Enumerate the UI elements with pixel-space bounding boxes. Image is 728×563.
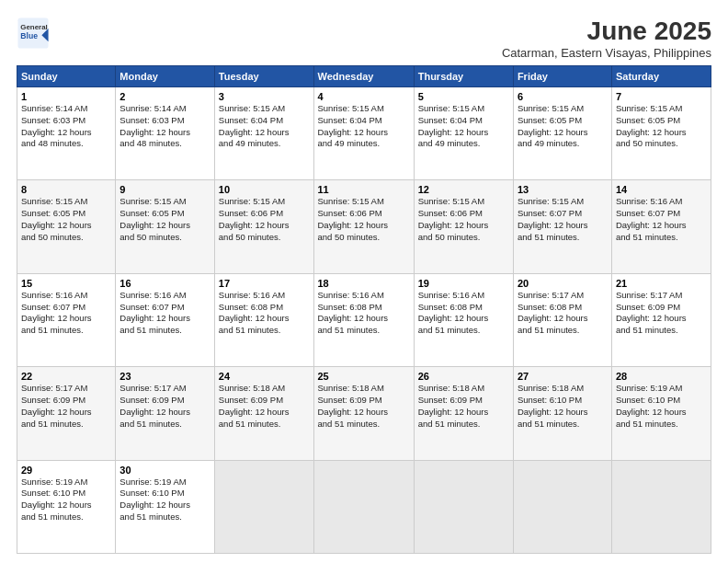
day-number: 19	[418, 278, 509, 289]
calendar-cell: 28Sunrise: 5:19 AMSunset: 6:10 PMDayligh…	[611, 367, 711, 460]
day-info: Sunrise: 5:16 AMSunset: 6:08 PMDaylight:…	[418, 290, 509, 337]
calendar-cell: 15Sunrise: 5:16 AMSunset: 6:07 PMDayligh…	[17, 273, 116, 366]
calendar-header-saturday: Saturday	[611, 66, 711, 87]
day-number: 20	[518, 278, 608, 289]
calendar-cell: 2Sunrise: 5:14 AMSunset: 6:03 PMDaylight…	[116, 87, 214, 180]
calendar-cell: 5Sunrise: 5:15 AMSunset: 6:04 PMDaylight…	[414, 87, 513, 180]
calendar-cell: 4Sunrise: 5:15 AMSunset: 6:04 PMDaylight…	[313, 87, 414, 180]
calendar-header-thursday: Thursday	[414, 66, 513, 87]
calendar-header-wednesday: Wednesday	[313, 66, 414, 87]
calendar-cell: 26Sunrise: 5:18 AMSunset: 6:09 PMDayligh…	[414, 367, 513, 460]
calendar-cell	[611, 460, 711, 553]
calendar-cell: 10Sunrise: 5:15 AMSunset: 6:06 PMDayligh…	[214, 180, 313, 273]
day-number: 30	[119, 465, 210, 476]
calendar-cell: 30Sunrise: 5:19 AMSunset: 6:10 PMDayligh…	[116, 460, 214, 553]
day-info: Sunrise: 5:15 AMSunset: 6:05 PMDaylight:…	[21, 196, 111, 243]
calendar-week-row: 8Sunrise: 5:15 AMSunset: 6:05 PMDaylight…	[17, 180, 711, 273]
day-number: 8	[21, 184, 111, 195]
day-number: 7	[616, 91, 707, 102]
day-info: Sunrise: 5:15 AMSunset: 6:04 PMDaylight:…	[219, 103, 310, 150]
calendar-cell: 16Sunrise: 5:16 AMSunset: 6:07 PMDayligh…	[116, 273, 214, 366]
calendar-cell: 1Sunrise: 5:14 AMSunset: 6:03 PMDaylight…	[17, 87, 116, 180]
header: General Blue June 2025 Catarman, Eastern…	[17, 17, 711, 60]
calendar-cell: 18Sunrise: 5:16 AMSunset: 6:08 PMDayligh…	[313, 273, 414, 366]
calendar-cell	[414, 460, 513, 553]
day-info: Sunrise: 5:19 AMSunset: 6:10 PMDaylight:…	[119, 477, 210, 523]
page: General Blue June 2025 Catarman, Eastern…	[0, 0, 728, 563]
calendar-cell: 27Sunrise: 5:18 AMSunset: 6:10 PMDayligh…	[513, 367, 611, 460]
calendar-week-row: 1Sunrise: 5:14 AMSunset: 6:03 PMDaylight…	[17, 87, 711, 180]
calendar-cell: 21Sunrise: 5:17 AMSunset: 6:09 PMDayligh…	[611, 273, 711, 366]
day-info: Sunrise: 5:19 AMSunset: 6:10 PMDaylight:…	[616, 383, 707, 430]
day-number: 15	[21, 278, 111, 289]
calendar-header-row: SundayMondayTuesdayWednesdayThursdayFrid…	[17, 66, 711, 87]
day-number: 23	[119, 371, 210, 382]
subtitle: Catarman, Eastern Visayas, Philippines	[502, 46, 711, 60]
day-info: Sunrise: 5:18 AMSunset: 6:09 PMDaylight:…	[418, 383, 509, 430]
day-info: Sunrise: 5:17 AMSunset: 6:09 PMDaylight:…	[21, 383, 111, 430]
day-info: Sunrise: 5:19 AMSunset: 6:10 PMDaylight:…	[21, 477, 111, 523]
day-info: Sunrise: 5:16 AMSunset: 6:08 PMDaylight:…	[318, 290, 410, 337]
day-info: Sunrise: 5:16 AMSunset: 6:07 PMDaylight:…	[616, 196, 707, 243]
day-info: Sunrise: 5:16 AMSunset: 6:08 PMDaylight:…	[219, 290, 310, 337]
day-info: Sunrise: 5:15 AMSunset: 6:06 PMDaylight:…	[318, 196, 410, 243]
day-info: Sunrise: 5:15 AMSunset: 6:06 PMDaylight:…	[219, 196, 310, 243]
calendar-cell: 22Sunrise: 5:17 AMSunset: 6:09 PMDayligh…	[17, 367, 116, 460]
calendar-cell	[313, 460, 414, 553]
calendar-week-row: 29Sunrise: 5:19 AMSunset: 6:10 PMDayligh…	[17, 460, 711, 553]
calendar-week-row: 15Sunrise: 5:16 AMSunset: 6:07 PMDayligh…	[17, 273, 711, 366]
day-number: 21	[616, 278, 707, 289]
title-block: June 2025 Catarman, Eastern Visayas, Phi…	[502, 17, 711, 60]
day-info: Sunrise: 5:18 AMSunset: 6:09 PMDaylight:…	[318, 383, 410, 430]
calendar-cell: 20Sunrise: 5:17 AMSunset: 6:08 PMDayligh…	[513, 273, 611, 366]
day-info: Sunrise: 5:16 AMSunset: 6:07 PMDaylight:…	[119, 290, 210, 337]
day-number: 9	[119, 184, 210, 195]
day-number: 26	[418, 371, 509, 382]
day-info: Sunrise: 5:15 AMSunset: 6:05 PMDaylight:…	[518, 103, 608, 150]
calendar-header-sunday: Sunday	[17, 66, 116, 87]
day-number: 14	[616, 184, 707, 195]
day-info: Sunrise: 5:15 AMSunset: 6:06 PMDaylight:…	[418, 196, 509, 243]
day-number: 16	[119, 278, 210, 289]
calendar-table: SundayMondayTuesdayWednesdayThursdayFrid…	[17, 65, 711, 554]
calendar-header-friday: Friday	[513, 66, 611, 87]
day-info: Sunrise: 5:17 AMSunset: 6:09 PMDaylight:…	[616, 290, 707, 337]
calendar-cell: 25Sunrise: 5:18 AMSunset: 6:09 PMDayligh…	[313, 367, 414, 460]
day-number: 1	[21, 91, 111, 102]
calendar-header-monday: Monday	[116, 66, 214, 87]
day-info: Sunrise: 5:16 AMSunset: 6:07 PMDaylight:…	[21, 290, 111, 337]
day-info: Sunrise: 5:17 AMSunset: 6:09 PMDaylight:…	[119, 383, 210, 430]
day-info: Sunrise: 5:14 AMSunset: 6:03 PMDaylight:…	[21, 103, 111, 150]
day-number: 6	[518, 91, 608, 102]
calendar-cell: 9Sunrise: 5:15 AMSunset: 6:05 PMDaylight…	[116, 180, 214, 273]
svg-text:Blue: Blue	[20, 31, 38, 40]
day-info: Sunrise: 5:14 AMSunset: 6:03 PMDaylight:…	[119, 103, 210, 150]
day-info: Sunrise: 5:15 AMSunset: 6:05 PMDaylight:…	[616, 103, 707, 150]
day-number: 11	[318, 184, 410, 195]
calendar-cell: 29Sunrise: 5:19 AMSunset: 6:10 PMDayligh…	[17, 460, 116, 553]
calendar-cell: 3Sunrise: 5:15 AMSunset: 6:04 PMDaylight…	[214, 87, 313, 180]
main-title: June 2025	[502, 17, 711, 46]
day-number: 22	[21, 371, 111, 382]
calendar-header-tuesday: Tuesday	[214, 66, 313, 87]
day-number: 24	[219, 371, 310, 382]
calendar-cell: 11Sunrise: 5:15 AMSunset: 6:06 PMDayligh…	[313, 180, 414, 273]
calendar-cell: 14Sunrise: 5:16 AMSunset: 6:07 PMDayligh…	[611, 180, 711, 273]
day-number: 28	[616, 371, 707, 382]
day-number: 5	[418, 91, 509, 102]
day-number: 17	[219, 278, 310, 289]
day-number: 2	[119, 91, 210, 102]
logo: General Blue	[17, 17, 50, 50]
calendar-cell	[214, 460, 313, 553]
day-number: 3	[219, 91, 310, 102]
day-number: 10	[219, 184, 310, 195]
day-number: 25	[318, 371, 410, 382]
generalblue-logo-icon: General Blue	[17, 17, 50, 50]
calendar-cell: 24Sunrise: 5:18 AMSunset: 6:09 PMDayligh…	[214, 367, 313, 460]
day-info: Sunrise: 5:15 AMSunset: 6:04 PMDaylight:…	[418, 103, 509, 150]
day-info: Sunrise: 5:15 AMSunset: 6:07 PMDaylight:…	[518, 196, 608, 243]
day-info: Sunrise: 5:17 AMSunset: 6:08 PMDaylight:…	[518, 290, 608, 337]
day-number: 27	[518, 371, 608, 382]
day-number: 4	[318, 91, 410, 102]
calendar-week-row: 22Sunrise: 5:17 AMSunset: 6:09 PMDayligh…	[17, 367, 711, 460]
